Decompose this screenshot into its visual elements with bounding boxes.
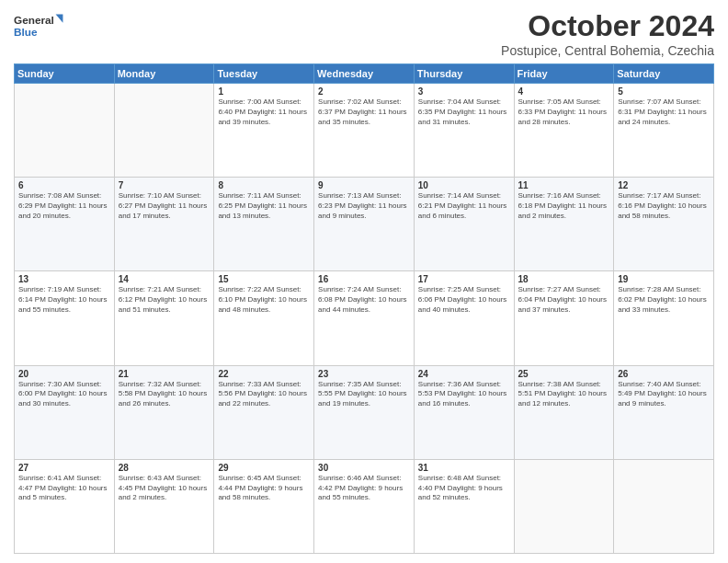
- calendar-cell: 17Sunrise: 7:25 AM Sunset: 6:06 PM Dayli…: [414, 271, 514, 365]
- cell-content: Sunrise: 7:27 AM Sunset: 6:04 PM Dayligh…: [518, 285, 610, 315]
- calendar-cell: [114, 84, 214, 178]
- cell-content: Sunrise: 7:38 AM Sunset: 5:51 PM Dayligh…: [518, 380, 610, 409]
- cell-content: Sunrise: 7:22 AM Sunset: 6:10 PM Dayligh…: [218, 285, 310, 315]
- day-number: 4: [518, 86, 610, 97]
- day-number: 17: [418, 274, 510, 284]
- calendar-cell: 22Sunrise: 7:33 AM Sunset: 5:56 PM Dayli…: [214, 365, 314, 459]
- cell-content: Sunrise: 7:24 AM Sunset: 6:08 PM Dayligh…: [318, 285, 410, 315]
- calendar-cell: 28Sunrise: 6:43 AM Sunset: 4:45 PM Dayli…: [114, 459, 214, 553]
- day-number: 6: [18, 180, 110, 190]
- calendar-cell: 5Sunrise: 7:07 AM Sunset: 6:31 PM Daylig…: [614, 84, 714, 178]
- calendar-cell: [514, 459, 614, 553]
- cell-content: Sunrise: 6:46 AM Sunset: 4:42 PM Dayligh…: [318, 474, 410, 503]
- calendar-cell: 24Sunrise: 7:36 AM Sunset: 5:53 PM Dayli…: [414, 365, 514, 459]
- day-number: 29: [218, 463, 310, 473]
- calendar-cell: 9Sunrise: 7:13 AM Sunset: 6:23 PM Daylig…: [314, 178, 415, 271]
- day-number: 20: [18, 369, 110, 379]
- calendar-cell: 3Sunrise: 7:04 AM Sunset: 6:35 PM Daylig…: [414, 84, 514, 178]
- cell-content: Sunrise: 7:13 AM Sunset: 6:23 PM Dayligh…: [318, 191, 410, 221]
- day-number: 21: [119, 369, 210, 379]
- calendar-cell: 6Sunrise: 7:08 AM Sunset: 6:29 PM Daylig…: [15, 178, 115, 271]
- cell-content: Sunrise: 7:02 AM Sunset: 6:37 PM Dayligh…: [318, 98, 410, 127]
- day-number: 1: [218, 86, 310, 97]
- day-number: 23: [318, 369, 410, 379]
- calendar-cell: 21Sunrise: 7:32 AM Sunset: 5:58 PM Dayli…: [114, 365, 214, 459]
- calendar-cell: 26Sunrise: 7:40 AM Sunset: 5:49 PM Dayli…: [614, 365, 714, 459]
- day-number: 24: [418, 369, 510, 379]
- location-title: Postupice, Central Bohemia, Czechia: [501, 43, 714, 58]
- cell-content: Sunrise: 7:25 AM Sunset: 6:06 PM Dayligh…: [418, 285, 510, 315]
- svg-marker-2: [56, 14, 63, 22]
- cell-content: Sunrise: 7:30 AM Sunset: 6:00 PM Dayligh…: [18, 380, 110, 409]
- page: GeneralBlue October 2024 Postupice, Cent…: [0, 0, 728, 563]
- calendar-cell: 19Sunrise: 7:28 AM Sunset: 6:02 PM Dayli…: [614, 271, 714, 365]
- cell-content: Sunrise: 7:28 AM Sunset: 6:02 PM Dayligh…: [618, 285, 710, 315]
- cell-content: Sunrise: 7:14 AM Sunset: 6:21 PM Dayligh…: [418, 191, 510, 221]
- calendar-cell: 31Sunrise: 6:48 AM Sunset: 4:40 PM Dayli…: [414, 459, 514, 553]
- header: GeneralBlue October 2024 Postupice, Cent…: [14, 9, 714, 58]
- day-number: 14: [119, 274, 210, 284]
- calendar-week-2: 6Sunrise: 7:08 AM Sunset: 6:29 PM Daylig…: [15, 178, 714, 271]
- logo: GeneralBlue: [14, 9, 64, 42]
- day-number: 18: [518, 274, 610, 284]
- day-number: 10: [418, 180, 510, 190]
- calendar-body: 1Sunrise: 7:00 AM Sunset: 6:40 PM Daylig…: [15, 84, 714, 554]
- cell-content: Sunrise: 7:16 AM Sunset: 6:18 PM Dayligh…: [518, 191, 610, 221]
- cell-content: Sunrise: 6:41 AM Sunset: 4:47 PM Dayligh…: [18, 474, 110, 503]
- cell-content: Sunrise: 7:11 AM Sunset: 6:25 PM Dayligh…: [218, 191, 310, 221]
- calendar-table: SundayMondayTuesdayWednesdayThursdayFrid…: [14, 63, 714, 554]
- calendar-cell: 29Sunrise: 6:45 AM Sunset: 4:44 PM Dayli…: [214, 459, 314, 553]
- calendar-cell: 13Sunrise: 7:19 AM Sunset: 6:14 PM Dayli…: [15, 271, 115, 365]
- day-number: 8: [218, 180, 310, 190]
- day-number: 2: [318, 86, 410, 97]
- calendar-cell: 15Sunrise: 7:22 AM Sunset: 6:10 PM Dayli…: [214, 271, 314, 365]
- calendar-cell: [15, 84, 115, 178]
- month-title: October 2024: [501, 9, 714, 43]
- day-number: 25: [518, 369, 610, 379]
- cell-content: Sunrise: 7:17 AM Sunset: 6:16 PM Dayligh…: [618, 191, 710, 221]
- col-header-monday: Monday: [114, 64, 214, 84]
- calendar-cell: 12Sunrise: 7:17 AM Sunset: 6:16 PM Dayli…: [614, 178, 714, 271]
- calendar-cell: 1Sunrise: 7:00 AM Sunset: 6:40 PM Daylig…: [214, 84, 314, 178]
- cell-content: Sunrise: 7:35 AM Sunset: 5:55 PM Dayligh…: [318, 380, 410, 409]
- day-number: 5: [618, 86, 710, 97]
- day-number: 19: [618, 274, 710, 284]
- cell-content: Sunrise: 7:10 AM Sunset: 6:27 PM Dayligh…: [119, 191, 210, 221]
- cell-content: Sunrise: 6:45 AM Sunset: 4:44 PM Dayligh…: [218, 474, 310, 503]
- calendar-cell: 4Sunrise: 7:05 AM Sunset: 6:33 PM Daylig…: [514, 84, 614, 178]
- calendar-cell: 25Sunrise: 7:38 AM Sunset: 5:51 PM Dayli…: [514, 365, 614, 459]
- day-number: 15: [218, 274, 310, 284]
- calendar-cell: 23Sunrise: 7:35 AM Sunset: 5:55 PM Dayli…: [314, 365, 415, 459]
- calendar-week-4: 20Sunrise: 7:30 AM Sunset: 6:00 PM Dayli…: [15, 365, 714, 459]
- day-number: 16: [318, 274, 410, 284]
- col-header-saturday: Saturday: [614, 64, 714, 84]
- cell-content: Sunrise: 7:19 AM Sunset: 6:14 PM Dayligh…: [18, 285, 110, 315]
- calendar-cell: 8Sunrise: 7:11 AM Sunset: 6:25 PM Daylig…: [214, 178, 314, 271]
- cell-content: Sunrise: 7:33 AM Sunset: 5:56 PM Dayligh…: [218, 380, 310, 409]
- col-header-tuesday: Tuesday: [214, 64, 314, 84]
- day-number: 30: [318, 463, 410, 473]
- day-number: 12: [618, 180, 710, 190]
- day-number: 26: [618, 369, 710, 379]
- calendar-cell: 11Sunrise: 7:16 AM Sunset: 6:18 PM Dayli…: [514, 178, 614, 271]
- svg-text:Blue: Blue: [14, 26, 38, 38]
- cell-content: Sunrise: 7:05 AM Sunset: 6:33 PM Dayligh…: [518, 98, 610, 127]
- calendar-cell: 14Sunrise: 7:21 AM Sunset: 6:12 PM Dayli…: [114, 271, 214, 365]
- calendar-cell: 18Sunrise: 7:27 AM Sunset: 6:04 PM Dayli…: [514, 271, 614, 365]
- day-number: 27: [18, 463, 110, 473]
- calendar-cell: [614, 459, 714, 553]
- day-number: 22: [218, 369, 310, 379]
- calendar-cell: 7Sunrise: 7:10 AM Sunset: 6:27 PM Daylig…: [114, 178, 214, 271]
- col-header-thursday: Thursday: [414, 64, 514, 84]
- calendar-cell: 16Sunrise: 7:24 AM Sunset: 6:08 PM Dayli…: [314, 271, 415, 365]
- cell-content: Sunrise: 7:04 AM Sunset: 6:35 PM Dayligh…: [418, 98, 510, 127]
- col-header-sunday: Sunday: [15, 64, 115, 84]
- calendar-week-1: 1Sunrise: 7:00 AM Sunset: 6:40 PM Daylig…: [15, 84, 714, 178]
- calendar-cell: 10Sunrise: 7:14 AM Sunset: 6:21 PM Dayli…: [414, 178, 514, 271]
- calendar-cell: 2Sunrise: 7:02 AM Sunset: 6:37 PM Daylig…: [314, 84, 415, 178]
- svg-text:General: General: [14, 14, 54, 26]
- cell-content: Sunrise: 7:40 AM Sunset: 5:49 PM Dayligh…: [618, 380, 710, 409]
- day-number: 7: [119, 180, 210, 190]
- cell-content: Sunrise: 7:21 AM Sunset: 6:12 PM Dayligh…: [119, 285, 210, 315]
- day-number: 31: [418, 463, 510, 473]
